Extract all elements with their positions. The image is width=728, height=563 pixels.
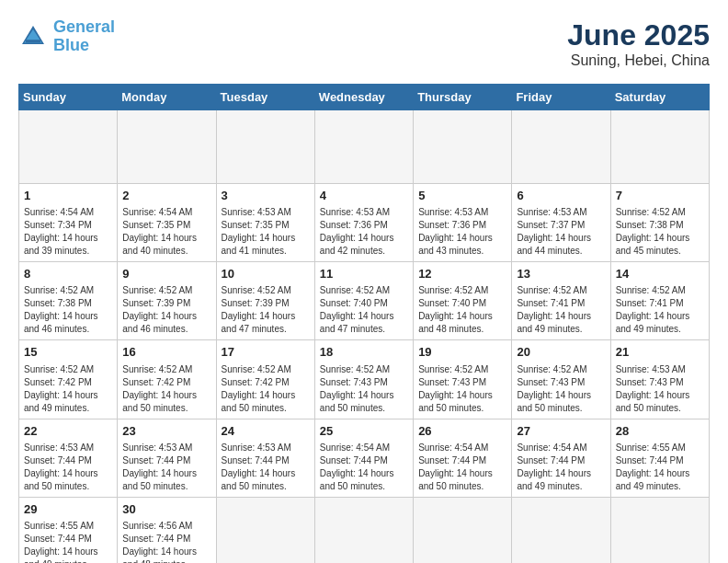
calendar-cell: [512, 497, 610, 563]
calendar-cell: [414, 497, 512, 563]
day-info: Sunrise: 4:53 AM Sunset: 7:37 PM Dayligh…: [517, 206, 605, 258]
calendar-cell: 11Sunrise: 4:52 AM Sunset: 7:40 PM Dayli…: [314, 262, 413, 340]
calendar-cell: [512, 110, 610, 184]
weekday-header: Tuesday: [216, 85, 314, 110]
day-number: 12: [418, 266, 506, 282]
calendar-cell: 6Sunrise: 4:53 AM Sunset: 7:37 PM Daylig…: [512, 184, 610, 262]
day-number: 19: [418, 344, 506, 361]
calendar-cell: 27Sunrise: 4:54 AM Sunset: 7:44 PM Dayli…: [512, 419, 610, 497]
day-number: 23: [122, 423, 210, 440]
day-number: 29: [24, 501, 112, 518]
day-info: Sunrise: 4:54 AM Sunset: 7:44 PM Dayligh…: [320, 442, 408, 493]
logo-text: General Blue: [53, 18, 115, 55]
day-number: 22: [24, 423, 112, 440]
calendar-cell: 3Sunrise: 4:53 AM Sunset: 7:35 PM Daylig…: [216, 184, 314, 262]
calendar-cell: 18Sunrise: 4:52 AM Sunset: 7:43 PM Dayli…: [314, 340, 413, 419]
day-info: Sunrise: 4:52 AM Sunset: 7:40 PM Dayligh…: [320, 284, 408, 336]
day-info: Sunrise: 4:54 AM Sunset: 7:35 PM Dayligh…: [122, 206, 210, 258]
day-info: Sunrise: 4:52 AM Sunset: 7:42 PM Dayligh…: [24, 363, 112, 415]
day-number: 25: [320, 423, 408, 440]
day-info: Sunrise: 4:52 AM Sunset: 7:42 PM Dayligh…: [122, 363, 210, 415]
calendar-cell: [118, 110, 216, 184]
day-info: Sunrise: 4:55 AM Sunset: 7:44 PM Dayligh…: [24, 520, 112, 563]
day-number: 4: [320, 188, 408, 204]
calendar-cell: 1Sunrise: 4:54 AM Sunset: 7:34 PM Daylig…: [19, 184, 118, 262]
day-number: 10: [222, 266, 310, 282]
calendar-cell: [19, 110, 118, 184]
calendar-table: SundayMondayTuesdayWednesdayThursdayFrid…: [18, 84, 710, 563]
day-info: Sunrise: 4:52 AM Sunset: 7:39 PM Dayligh…: [222, 284, 310, 336]
calendar-cell: [216, 110, 314, 184]
calendar-cell: [610, 497, 709, 563]
day-info: Sunrise: 4:52 AM Sunset: 7:38 PM Dayligh…: [24, 284, 112, 336]
calendar-cell: 9Sunrise: 4:52 AM Sunset: 7:39 PM Daylig…: [118, 262, 216, 340]
calendar-week-row: 15Sunrise: 4:52 AM Sunset: 7:42 PM Dayli…: [19, 340, 710, 419]
calendar-cell: 22Sunrise: 4:53 AM Sunset: 7:44 PM Dayli…: [19, 419, 118, 497]
calendar-cell: 28Sunrise: 4:55 AM Sunset: 7:44 PM Dayli…: [610, 419, 709, 497]
day-info: Sunrise: 4:53 AM Sunset: 7:43 PM Dayligh…: [616, 363, 704, 415]
calendar-cell: [314, 110, 413, 184]
day-number: 21: [616, 344, 704, 361]
day-info: Sunrise: 4:53 AM Sunset: 7:35 PM Dayligh…: [222, 206, 310, 258]
day-info: Sunrise: 4:56 AM Sunset: 7:44 PM Dayligh…: [122, 520, 210, 563]
calendar-week-row: [19, 110, 710, 184]
weekday-header: Wednesday: [314, 85, 413, 110]
calendar-cell: 24Sunrise: 4:53 AM Sunset: 7:44 PM Dayli…: [216, 419, 314, 497]
calendar-cell: 20Sunrise: 4:52 AM Sunset: 7:43 PM Dayli…: [512, 340, 610, 419]
calendar-week-row: 8Sunrise: 4:52 AM Sunset: 7:38 PM Daylig…: [19, 262, 710, 340]
day-info: Sunrise: 4:52 AM Sunset: 7:42 PM Dayligh…: [222, 363, 310, 415]
day-info: Sunrise: 4:53 AM Sunset: 7:36 PM Dayligh…: [418, 206, 506, 258]
day-number: 14: [616, 266, 704, 282]
calendar-cell: 26Sunrise: 4:54 AM Sunset: 7:44 PM Dayli…: [414, 419, 512, 497]
day-info: Sunrise: 4:53 AM Sunset: 7:36 PM Dayligh…: [320, 206, 408, 258]
day-info: Sunrise: 4:52 AM Sunset: 7:43 PM Dayligh…: [517, 363, 605, 415]
logo-icon: [18, 22, 48, 52]
day-number: 5: [418, 188, 506, 204]
day-number: 13: [517, 266, 605, 282]
day-number: 24: [222, 423, 310, 440]
calendar-cell: 25Sunrise: 4:54 AM Sunset: 7:44 PM Dayli…: [314, 419, 413, 497]
day-info: Sunrise: 4:53 AM Sunset: 7:44 PM Dayligh…: [122, 442, 210, 493]
day-info: Sunrise: 4:52 AM Sunset: 7:38 PM Dayligh…: [616, 206, 704, 258]
day-number: 27: [517, 423, 605, 440]
calendar-week-row: 22Sunrise: 4:53 AM Sunset: 7:44 PM Dayli…: [19, 419, 710, 497]
day-info: Sunrise: 4:52 AM Sunset: 7:39 PM Dayligh…: [122, 284, 210, 336]
day-info: Sunrise: 4:54 AM Sunset: 7:34 PM Dayligh…: [24, 206, 112, 258]
day-info: Sunrise: 4:52 AM Sunset: 7:41 PM Dayligh…: [517, 284, 605, 336]
calendar-cell: 16Sunrise: 4:52 AM Sunset: 7:42 PM Dayli…: [118, 340, 216, 419]
calendar-title: June 2025: [567, 18, 710, 52]
day-number: 6: [517, 188, 605, 204]
day-number: 15: [24, 344, 112, 361]
calendar-cell: 15Sunrise: 4:52 AM Sunset: 7:42 PM Dayli…: [19, 340, 118, 419]
day-number: 20: [517, 344, 605, 361]
day-number: 11: [320, 266, 408, 282]
calendar-cell: 13Sunrise: 4:52 AM Sunset: 7:41 PM Dayli…: [512, 262, 610, 340]
day-number: 8: [24, 266, 112, 282]
weekday-header: Friday: [512, 85, 610, 110]
calendar-cell: 29Sunrise: 4:55 AM Sunset: 7:44 PM Dayli…: [19, 497, 118, 563]
day-info: Sunrise: 4:52 AM Sunset: 7:43 PM Dayligh…: [418, 363, 506, 415]
svg-rect-2: [26, 40, 40, 42]
logo-line2: Blue: [53, 36, 89, 54]
calendar-cell: [414, 110, 512, 184]
day-number: 7: [616, 188, 704, 204]
weekday-header: Thursday: [414, 85, 512, 110]
calendar-week-row: 29Sunrise: 4:55 AM Sunset: 7:44 PM Dayli…: [19, 497, 710, 563]
day-number: 9: [122, 266, 210, 282]
weekday-header: Monday: [118, 85, 216, 110]
calendar-cell: 8Sunrise: 4:52 AM Sunset: 7:38 PM Daylig…: [19, 262, 118, 340]
header-row: SundayMondayTuesdayWednesdayThursdayFrid…: [19, 85, 710, 110]
calendar-cell: 10Sunrise: 4:52 AM Sunset: 7:39 PM Dayli…: [216, 262, 314, 340]
calendar-cell: [216, 497, 314, 563]
calendar-subtitle: Suning, Hebei, China: [567, 52, 710, 69]
calendar-cell: 23Sunrise: 4:53 AM Sunset: 7:44 PM Dayli…: [118, 419, 216, 497]
day-info: Sunrise: 4:52 AM Sunset: 7:40 PM Dayligh…: [418, 284, 506, 336]
weekday-header: Sunday: [19, 85, 118, 110]
day-info: Sunrise: 4:54 AM Sunset: 7:44 PM Dayligh…: [418, 442, 506, 493]
weekday-header: Saturday: [610, 85, 709, 110]
day-info: Sunrise: 4:52 AM Sunset: 7:43 PM Dayligh…: [320, 363, 408, 415]
calendar-cell: 7Sunrise: 4:52 AM Sunset: 7:38 PM Daylig…: [610, 184, 709, 262]
calendar-cell: 17Sunrise: 4:52 AM Sunset: 7:42 PM Dayli…: [216, 340, 314, 419]
calendar-cell: 19Sunrise: 4:52 AM Sunset: 7:43 PM Dayli…: [414, 340, 512, 419]
day-info: Sunrise: 4:53 AM Sunset: 7:44 PM Dayligh…: [222, 442, 310, 493]
